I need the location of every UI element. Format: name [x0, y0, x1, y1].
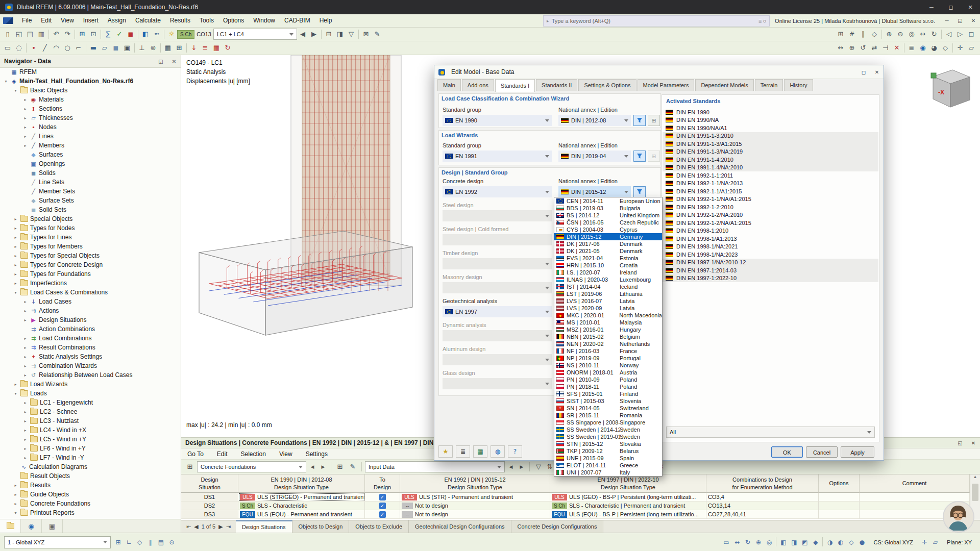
tree-item-combination-wizards[interactable]: ▸⇉Combination Wizards	[0, 361, 181, 370]
sun-visibility-icon[interactable]: ☼	[166, 29, 177, 39]
solid-mode-icon[interactable]: ●	[856, 537, 867, 547]
tree-item-result-objects[interactable]: Result Objects	[0, 471, 181, 481]
clipboard-icon[interactable]: ⊠	[360, 29, 372, 39]
design-type-cell[interactable]: --Not to design	[400, 510, 550, 519]
workplane-xy-icon[interactable]: ▱	[930, 537, 941, 547]
last-page-icon[interactable]: ⇥	[226, 523, 231, 530]
annex-option-nf[interactable]: NF | 2016-03France	[554, 347, 662, 355]
previous-loading-icon[interactable]: ◀	[297, 29, 308, 39]
menu-help[interactable]: Help	[315, 14, 337, 27]
child-close-icon[interactable]: ✕	[967, 18, 980, 23]
design-type-cell[interactable]: --Not to design	[400, 502, 550, 510]
tree-item-thicknesses[interactable]: ▸▱Thicknesses	[0, 113, 181, 122]
tree-item-load-cases[interactable]: ▸↓Load Cases	[0, 297, 181, 306]
tree-expander-icon[interactable]: ▾	[12, 391, 19, 396]
annex-option-lvs[interactable]: LVS | 2016-07Latvia	[554, 297, 662, 305]
design-situation-id-cell[interactable]: DS3	[181, 510, 238, 519]
menu-results[interactable]: Results	[165, 14, 195, 27]
tree-item-member-sets[interactable]: ╱Member Sets	[0, 187, 181, 196]
zoom-fit-icon[interactable]: ◎	[906, 29, 917, 39]
annex-option-elot[interactable]: ELOT | 2014-11Greece	[554, 462, 662, 469]
activated-standard-item[interactable]: DIN EN 1990/NA	[663, 116, 878, 124]
tree-item-concrete-foundations[interactable]: ▸Concrete Foundations	[0, 499, 181, 508]
annex-option-din[interactable]: DIN | 2015-12Germany	[554, 233, 662, 240]
activated-standard-item[interactable]: DIN EN 1991-1-4:2010	[663, 156, 878, 164]
annex-option-ilnas[interactable]: ILNAS | 2020-03Luxembourg	[554, 276, 662, 283]
annex2-select[interactable]: DIN | 2019-04	[558, 151, 631, 162]
tree-item-actions[interactable]: ▸⇉Actions	[0, 306, 181, 315]
dialog-tab-main[interactable]: Main	[437, 79, 461, 91]
tree-item-result-combinations[interactable]: ▸⇉Result Combinations	[0, 343, 181, 352]
zoom-window-icon[interactable]: ⊕	[753, 537, 764, 547]
menu-insert[interactable]: Insert	[79, 14, 103, 27]
move-copy-icon[interactable]: ↔	[835, 43, 846, 53]
zoom-in-icon[interactable]: ⊕	[884, 29, 895, 39]
activated-standard-item[interactable]: DIN EN 1991-1-3/A1:2015	[663, 140, 878, 148]
tree-item-solid-sets[interactable]: ◼Solid Sets	[0, 205, 181, 214]
previous-page-icon[interactable]: ◀	[194, 523, 198, 530]
open-model-icon[interactable]: ◱	[13, 29, 24, 39]
work-plane-icon[interactable]: ◇	[869, 29, 880, 39]
layers-icon[interactable]: ≣	[906, 43, 917, 53]
favorites-icon[interactable]: ★	[438, 445, 453, 458]
check-model-icon[interactable]: ✓	[114, 29, 125, 39]
zoom-out-icon[interactable]: ⊖	[895, 29, 906, 39]
tree-expander-icon[interactable]: ▸	[12, 502, 19, 506]
edit-entry-icon[interactable]: ✎	[347, 462, 358, 472]
online-standards-icon[interactable]: ◍	[491, 445, 505, 458]
select-icon[interactable]: ▭	[2, 43, 13, 53]
tree-item-types-for-lines[interactable]: ▸Types for Lines	[0, 233, 181, 242]
annex-option-i.s.[interactable]: I.S. | 2020-07Ireland	[554, 269, 662, 276]
activated-standard-item[interactable]: DIN EN 1998-1/NA:2023	[663, 251, 878, 259]
design-type-cell[interactable]: EQUULS (EQU) - BS-P | Persistent (long-t…	[550, 510, 706, 519]
table-row-ds1[interactable]: DS1ULSULS (STR/GEO) - Permanent and tran…	[181, 493, 970, 502]
activated-standard-item[interactable]: DIN EN 1992-1-1/NA:2013	[663, 180, 878, 188]
tree-expander-icon[interactable]: ▸	[21, 355, 29, 359]
select-box-icon[interactable]: ◌	[13, 43, 24, 53]
annex-option-sfs[interactable]: SFS | 2015-01Finland	[554, 390, 662, 397]
tree-item-openings[interactable]: ▣Openings	[0, 159, 181, 168]
object-snap-icon[interactable]: ◇	[134, 537, 145, 547]
nodal-load-icon[interactable]: ↓	[188, 43, 200, 53]
tree-item-results[interactable]: ▸Results	[0, 481, 181, 490]
annex-filter-button[interactable]	[633, 115, 646, 126]
tree-item-design-situations[interactable]: ▸▶Design Situations	[0, 315, 181, 324]
dialog-maximize-icon[interactable]: ◻	[857, 69, 870, 75]
new-entry-icon[interactable]: ⊞	[334, 462, 346, 472]
insert-circle-icon[interactable]: ○	[62, 43, 73, 53]
activated-standard-item[interactable]: DIN EN 1997-1/NA:2010-12	[663, 259, 878, 267]
annex-option-bds[interactable]: BDS | 2019-03Bulgaria	[554, 205, 662, 212]
tree-item-sections[interactable]: ▸ISections	[0, 104, 181, 113]
tree-expander-icon[interactable]: ▸	[21, 299, 29, 304]
tree-expander-icon[interactable]: ▸	[21, 446, 29, 451]
ortho-mode-icon[interactable]: ∟	[124, 537, 134, 547]
tree-expander-icon[interactable]: ▸	[21, 336, 29, 341]
menu-file[interactable]: File	[17, 14, 36, 27]
table-view-combobox[interactable]: Input Data	[365, 461, 505, 472]
combinations-cell[interactable]: CO13,14	[706, 502, 819, 510]
delete-object-icon[interactable]: ✕	[891, 43, 902, 53]
tree-item-lc1-eigengewicht[interactable]: ▸LC1 - Eigengewicht	[0, 398, 181, 407]
section-planes-icon[interactable]: ▱	[966, 43, 977, 53]
tree-expander-icon[interactable]: ▾	[2, 79, 10, 84]
hinge-icon[interactable]: ⊚	[148, 43, 159, 53]
result-table-icon[interactable]: ⊟	[323, 29, 334, 39]
annex-option-ss[interactable]: SS Sweden | 2019-01Sweden	[554, 433, 662, 440]
annex-option-lvs[interactable]: LVS | 2020-09Latvia	[554, 305, 662, 312]
table-tab-objects-to-exclude[interactable]: Objects to Exclude	[349, 520, 409, 533]
activated-standard-item[interactable]: DIN EN 1998-1:2010	[663, 227, 878, 235]
navigator-tab-data[interactable]	[0, 519, 21, 533]
tree-item-lf6-wind-in-y[interactable]: ▸LF6 - Wind in +Y	[0, 444, 181, 453]
annex-option-pn[interactable]: PN | 2010-09Poland	[554, 376, 662, 383]
tree-expander-icon[interactable]: ▸	[12, 235, 19, 240]
annex-option-nbn[interactable]: NBN | 2015-02Belgium	[554, 333, 662, 340]
table-row-ds2[interactable]: DS2S ChSLS - Characteristic✓--Not to des…	[181, 502, 970, 510]
tree-expander-icon[interactable]: ▸	[21, 400, 29, 405]
tree-item-lf7-wind-in-y[interactable]: ▸LF7 - Wind in -Y	[0, 453, 181, 462]
navigator-close-icon[interactable]: ✕	[167, 59, 181, 64]
insert-surface-icon[interactable]: ▱	[99, 43, 110, 53]
menu-tools[interactable]: Tools	[195, 14, 218, 27]
table-menu-view[interactable]: View	[279, 450, 292, 458]
activated-standard-item[interactable]: DIN EN 1990	[663, 108, 878, 116]
combinations-cell[interactable]: CO27,28,40,41	[706, 510, 819, 519]
